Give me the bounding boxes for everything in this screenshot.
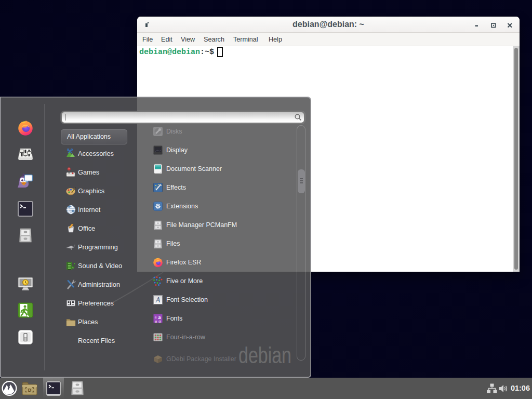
svg-text:D: D	[28, 388, 32, 393]
svg-text:a: a	[158, 318, 161, 323]
svg-text:a: a	[155, 318, 157, 323]
svg-text:A: A	[155, 296, 161, 304]
